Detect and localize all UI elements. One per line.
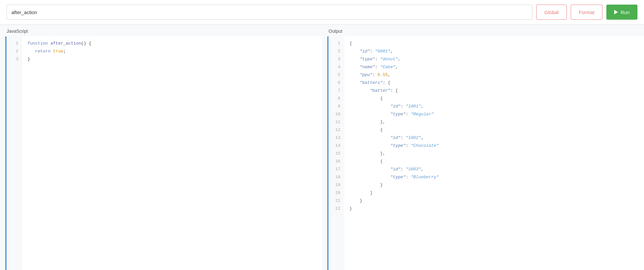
output-line-numbers: 1 2 3 4 5 6 7 8 9 10 11 12 13 14 15 16 1… <box>329 36 344 270</box>
output-label: Output <box>322 25 644 36</box>
run-label: Run <box>620 10 630 15</box>
play-icon <box>614 10 618 14</box>
format-button[interactable]: Format <box>571 5 603 20</box>
left-panel: JavaScript 1 2 3 function after_action()… <box>0 25 322 270</box>
output-code-content[interactable]: { "id": "0001", "type": "donut", "name":… <box>344 36 644 270</box>
function-name-input[interactable] <box>7 5 532 20</box>
main-content: JavaScript 1 2 3 function after_action()… <box>0 25 644 270</box>
output-code-area: 1 2 3 4 5 6 7 8 9 10 11 12 13 14 15 16 1… <box>327 36 644 270</box>
right-panel: Output 1 2 3 4 5 6 7 8 9 10 11 12 13 14 … <box>322 25 644 270</box>
javascript-code-area: 1 2 3 function after_action() { return t… <box>5 36 322 270</box>
js-line-numbers: 1 2 3 <box>7 36 22 270</box>
global-button[interactable]: Global <box>536 5 567 20</box>
javascript-label: JavaScript <box>0 25 322 36</box>
run-button[interactable]: Run <box>606 5 637 20</box>
js-code-content[interactable]: function after_action() { return true; } <box>22 36 322 270</box>
header: Global Format Run <box>0 0 644 25</box>
